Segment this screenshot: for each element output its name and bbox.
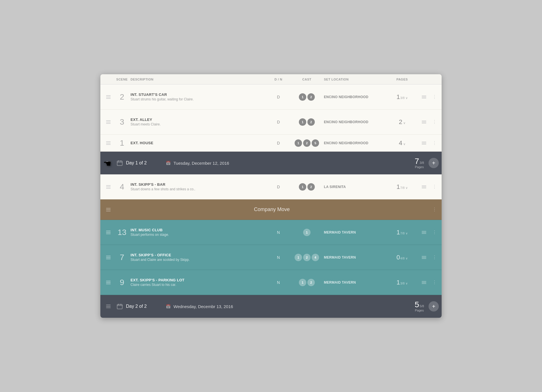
drag-handle[interactable] bbox=[103, 141, 113, 145]
drag-handle[interactable] bbox=[103, 256, 113, 259]
scene-cast: 1 2 4 bbox=[290, 254, 324, 261]
svg-rect-22 bbox=[422, 283, 426, 284]
drag-handle[interactable] bbox=[103, 120, 113, 124]
pages-chevron: ∨ bbox=[406, 96, 408, 100]
main-container: SCENE DESCRIPTION D / N CAST SET LOCATIO… bbox=[100, 74, 442, 318]
day-pages-area: 5 5/8 Pages bbox=[415, 301, 424, 312]
cast-badge: 2 bbox=[307, 279, 315, 286]
scene-more-icon[interactable]: ⋮ bbox=[430, 230, 439, 235]
scene-layers-icon[interactable] bbox=[418, 140, 430, 146]
svg-rect-14 bbox=[422, 187, 426, 187]
drag-handle[interactable] bbox=[103, 95, 113, 99]
drag-handle[interactable] bbox=[103, 185, 113, 189]
pages-chevron: ∨ bbox=[406, 232, 408, 235]
scene-pages: 1 3/8 ∨ bbox=[386, 279, 418, 286]
svg-rect-7 bbox=[422, 143, 426, 143]
company-move-more-icon[interactable]: ⋮ bbox=[430, 207, 439, 212]
svg-rect-24 bbox=[422, 281, 426, 282]
scene-pages: 1 7/8 ∨ bbox=[386, 229, 418, 236]
pages-chevron: ∨ bbox=[403, 121, 406, 125]
scene-location: LA SIRENITA bbox=[324, 185, 386, 189]
day2-add-button[interactable]: + bbox=[429, 301, 439, 311]
scene-more-icon[interactable]: ⋮ bbox=[430, 184, 439, 189]
day-pages-num: 7 bbox=[415, 157, 419, 165]
day-label: Day 1 of 2 bbox=[126, 160, 160, 166]
day-inline-cal-icon: 📅 bbox=[166, 161, 171, 165]
drag-handle[interactable] bbox=[103, 231, 113, 234]
scene-more-icon[interactable]: ⋮ bbox=[430, 280, 439, 285]
scene-cast: 1 2 bbox=[290, 183, 324, 191]
pages-main: 1 bbox=[396, 93, 400, 101]
scene-number: 7 bbox=[113, 253, 131, 262]
svg-rect-5 bbox=[422, 121, 426, 121]
scene-layers-icon[interactable] bbox=[418, 279, 430, 286]
scene-layers-icon[interactable] bbox=[418, 229, 430, 236]
day-drag-handle[interactable] bbox=[103, 305, 113, 308]
scene-more-icon[interactable]: ⋮ bbox=[430, 140, 439, 146]
scene-pages: 4 ∨ bbox=[386, 139, 418, 147]
pages-frac: 3/8 bbox=[400, 96, 404, 100]
col-header-scene: SCENE bbox=[113, 78, 131, 81]
scene-number: 2 bbox=[113, 92, 131, 102]
svg-rect-2 bbox=[422, 96, 426, 96]
scene-description: EXT. HOUSE bbox=[131, 141, 267, 145]
scene-location: ENCINO NEIGHBORHOOD bbox=[324, 120, 386, 124]
scene-more-icon[interactable]: ⋮ bbox=[430, 94, 439, 100]
scene-dm: D bbox=[267, 120, 290, 124]
day-pages-area: 7 3/8 Pages bbox=[415, 157, 424, 169]
day-date: Wednesday, Decembr 13, 2016 bbox=[173, 304, 233, 309]
col-header-description: DESCRIPTION bbox=[131, 78, 267, 81]
scene-more-icon[interactable]: ⋮ bbox=[430, 119, 439, 125]
cast-badge: 2 bbox=[307, 118, 315, 126]
scene-location: MERMAID TAVERN bbox=[324, 255, 386, 259]
col-header-location: SET LOCATION bbox=[324, 78, 386, 81]
scene-location: ENCINO NEIGHBORHOOD bbox=[324, 95, 386, 99]
svg-rect-20 bbox=[422, 257, 426, 258]
svg-rect-8 bbox=[422, 142, 426, 142]
day-date: Tuesday, December 12, 2016 bbox=[173, 161, 229, 166]
day-drag-handle[interactable] bbox=[103, 161, 113, 165]
scene-row-13: 13 INT. MUSIC CLUB Stuart performs on st… bbox=[100, 220, 442, 245]
svg-rect-6 bbox=[422, 144, 426, 145]
drag-handle[interactable] bbox=[103, 281, 113, 284]
day-pages-label: Pages bbox=[415, 165, 424, 169]
pages-frac: 4/8 bbox=[400, 257, 404, 260]
pages-main: 0 bbox=[396, 254, 400, 261]
day-date-area: 📅 Tuesday, December 12, 2016 bbox=[166, 161, 415, 166]
scene-more-icon[interactable]: ⋮ bbox=[430, 255, 439, 260]
scene-subtitle: Stuart downs a few shots and strikes a c… bbox=[131, 187, 264, 191]
scene-pages: 0 4/8 ∨ bbox=[386, 254, 418, 261]
scene-dm: D bbox=[267, 95, 290, 99]
pages-main: 1 bbox=[396, 229, 400, 236]
scene-layers-icon[interactable] bbox=[418, 94, 430, 100]
scene-dm: N bbox=[267, 280, 290, 285]
svg-rect-1 bbox=[422, 97, 426, 97]
scene-layers-icon[interactable] bbox=[418, 119, 430, 125]
company-move-label: Company Move bbox=[113, 207, 430, 212]
company-move-drag[interactable] bbox=[103, 208, 113, 211]
day-calendar-icon bbox=[113, 303, 126, 310]
scene-subtitle: Stuart performs on stage. bbox=[131, 233, 264, 237]
pages-chevron: ∨ bbox=[406, 186, 408, 190]
scene-location: ENCINO NEIGHBORHOOD bbox=[324, 141, 386, 145]
scene-subtitle: Stuart meets Claire. bbox=[131, 122, 264, 126]
scene-title: EXT. SKIPP'S - PARKING LOT bbox=[131, 278, 264, 282]
scene-dm: D bbox=[267, 141, 290, 145]
col-header-pages: PAGES bbox=[386, 78, 418, 81]
scene-number: 1 bbox=[113, 139, 131, 148]
scene-layers-icon[interactable] bbox=[418, 184, 430, 190]
scene-cast: 1 2 5 bbox=[290, 139, 324, 147]
scene-description: INT. SKIPP'S - OFFICE Stuart and Claire … bbox=[131, 253, 267, 262]
cast-badge: 2 bbox=[303, 254, 311, 261]
svg-rect-3 bbox=[422, 123, 426, 123]
scene-row-3: 3 EXT. ALLEY Stuart meets Claire. D 1 2 … bbox=[100, 110, 442, 135]
col-header-dm: D / N bbox=[267, 78, 290, 81]
scene-dm: D bbox=[267, 185, 290, 189]
scene-layers-icon[interactable] bbox=[418, 254, 430, 261]
day-add-button[interactable]: + bbox=[429, 158, 439, 168]
scene-title: INT. STUART'S CAR bbox=[131, 92, 264, 97]
scene-dm: N bbox=[267, 255, 290, 260]
day-label: Day 2 of 2 bbox=[126, 304, 160, 309]
day2-banner: Day 2 of 2 📅 Wednesday, Decembr 13, 2016… bbox=[100, 295, 442, 318]
svg-rect-4 bbox=[422, 122, 426, 122]
